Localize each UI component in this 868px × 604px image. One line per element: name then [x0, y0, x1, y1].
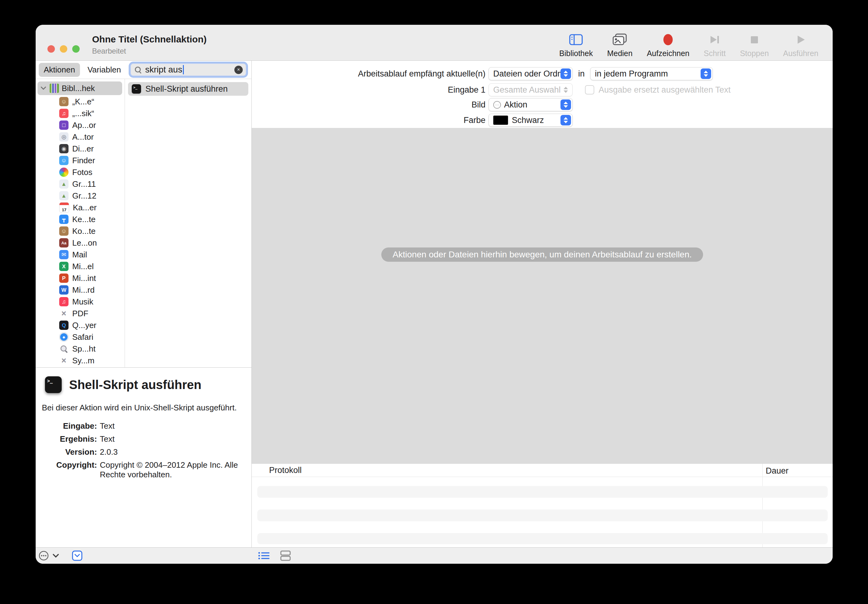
detail-fields: Eingabe: Text Ergebnis: Text Version: 2.… — [40, 421, 246, 479]
sidebar-item[interactable]: ◉Di...er — [36, 143, 125, 154]
sidebar-item[interactable]: ♫Musik — [36, 296, 125, 307]
sidebar-item[interactable]: ×PDF — [36, 307, 125, 319]
terminal-icon: >_ — [45, 376, 62, 393]
minimize-button[interactable] — [60, 45, 67, 53]
sidebar-item-label: „...sik“ — [72, 109, 94, 118]
sidebar-item[interactable]: XMi...el — [36, 261, 125, 272]
status-bar — [36, 547, 833, 564]
drop-hint: Aktionen oder Dateien hierhin bewegen, u… — [381, 247, 703, 262]
picture-app-icon: ▲ — [59, 179, 68, 188]
toolbar-label: Medien — [607, 49, 632, 58]
stepper-icon — [561, 115, 571, 125]
sidebar-item[interactable]: ▲Gr...12 — [36, 190, 125, 202]
sidebar-item[interactable]: ✉Mail — [36, 249, 125, 261]
step-icon — [708, 33, 721, 46]
main-content: Aktionen Variablen skript aus × — [36, 61, 833, 547]
panel-collapse-button[interactable] — [71, 550, 83, 561]
log-panels-view-button[interactable] — [279, 550, 292, 561]
toolbar-label: Stoppen — [740, 49, 769, 58]
sidebar-item-label: Bibl...hek — [62, 83, 95, 93]
log-list-view-button[interactable] — [257, 551, 271, 561]
library-columns: Bibl...hek ☺„K...e“♫„...sik“□Ap...or◎A..… — [36, 79, 251, 368]
field-value: 2.0.3 — [100, 447, 246, 457]
sidebar-item-label: Fotos — [72, 168, 92, 177]
sidebar-item[interactable]: PMi...int — [36, 272, 125, 284]
window-subtitle: Bearbeitet — [92, 47, 207, 56]
media-icon — [612, 33, 628, 46]
record-icon — [662, 33, 674, 46]
stepper-icon — [701, 68, 711, 79]
close-button[interactable] — [47, 45, 55, 53]
sidebar-item[interactable]: ☺„K...e“ — [36, 96, 125, 108]
action-result-shell-skript[interactable]: >_ Shell-Skript ausführen — [128, 82, 248, 96]
log-header: Protokoll — [252, 464, 833, 477]
contacts-icon: ☺ — [59, 97, 68, 106]
search-icon — [134, 65, 143, 74]
bibliothek-button[interactable]: Bibliothek — [559, 25, 593, 60]
chevron-down-icon[interactable] — [52, 553, 60, 559]
sidebar-item[interactable]: Fotos — [36, 166, 125, 178]
sidebar-item-label: „K...e“ — [72, 97, 94, 107]
sidebar-item[interactable]: □Ap...or — [36, 119, 125, 131]
sidebar-item[interactable]: 17Ka...er — [36, 202, 125, 213]
field-label: Copyright: — [40, 460, 97, 479]
schritt-button: Schritt — [704, 25, 726, 60]
sidebar-item-label: Musik — [72, 297, 93, 307]
output-replace-label: Ausgabe ersetzt ausgewählten Text — [598, 85, 731, 95]
quicktime-icon: Q — [59, 321, 68, 330]
aufzeichnen-button[interactable]: Aufzeichnen — [647, 25, 690, 60]
sidebar-item[interactable]: ☺Ko...te — [36, 225, 125, 237]
field-value: Text — [100, 434, 246, 444]
sidebar-item[interactable]: QQ...yer — [36, 319, 125, 331]
sidebar-item-label: Sy...m — [72, 356, 95, 366]
library-panel: Aktionen Variablen skript aus × — [36, 61, 252, 547]
medien-button[interactable]: Medien — [607, 25, 632, 60]
sidebar-item[interactable]: AaLe...on — [36, 237, 125, 249]
sidebar-item[interactable]: ┳Ke...te — [36, 213, 125, 225]
library-categories-list: Bibl...hek ☺„K...e“♫„...sik“□Ap...or◎A..… — [36, 79, 125, 368]
tab-aktionen[interactable]: Aktionen — [39, 63, 80, 77]
sidebar-item-label: Mail — [72, 250, 87, 260]
toolbar: Bibliothek Medien Aufzeichnen Schritt — [559, 25, 818, 60]
receive-type-select[interactable]: Dateien oder Ordner — [488, 67, 573, 80]
sidebar-item-bibliothek[interactable]: Bibl...hek — [37, 82, 122, 95]
action-detail-pane: >_ Shell-Skript ausführen Bei dieser Akt… — [36, 368, 251, 547]
receive-label: Arbeitsablauf empfängt aktuelle(n) — [252, 69, 485, 79]
zoom-button[interactable] — [72, 45, 80, 53]
black-color-swatch — [493, 116, 508, 125]
sidebar-item[interactable]: Sp...ht — [36, 343, 125, 355]
field-label: Version: — [40, 447, 97, 457]
tab-variablen[interactable]: Variablen — [82, 63, 126, 77]
overflow-menu-button[interactable] — [38, 550, 49, 561]
workflow-canvas[interactable]: Aktionen oder Dateien hierhin bewegen, u… — [252, 128, 833, 463]
image-select[interactable]: ⋯ Aktion — [488, 98, 573, 111]
clear-search-button[interactable]: × — [234, 66, 243, 74]
detail-header: >_ Shell-Skript ausführen — [40, 376, 246, 393]
purple-display-icon: □ — [59, 120, 68, 130]
books-icon — [50, 83, 59, 93]
text-caret — [183, 65, 184, 74]
crossed-tools-icon: × — [59, 356, 68, 365]
sidebar-item-label: Le...on — [72, 238, 97, 248]
sidebar-item-label: Finder — [72, 156, 95, 165]
sidebar-item[interactable]: ♫„...sik“ — [36, 108, 125, 119]
field-label: Ergebnis: — [40, 434, 97, 444]
target-app-select[interactable]: in jedem Programm — [590, 67, 713, 80]
sidebar-item-label: Safari — [72, 332, 93, 342]
sidebar-item[interactable]: ▲Gr...11 — [36, 178, 125, 190]
sidebar-item[interactable]: ×Sy...m — [36, 355, 125, 366]
image-label: Bild — [252, 100, 485, 110]
search-results-list: >_ Shell-Skript ausführen — [125, 79, 251, 368]
sidebar-item[interactable]: ◎A...tor — [36, 131, 125, 143]
sidebar-item[interactable]: ◆Safari — [36, 331, 125, 343]
toolbar-label: Bibliothek — [559, 49, 593, 58]
sidebar-item[interactable]: ☺Finder — [36, 154, 125, 166]
sidebar-item-label: A...tor — [72, 132, 94, 142]
automator-robot-icon: ◎ — [59, 132, 68, 142]
sidebar-item[interactable]: WMi...rd — [36, 284, 125, 296]
output-replace-checkbox — [585, 85, 594, 94]
color-select[interactable]: Schwarz — [488, 114, 573, 127]
search-input[interactable]: skript aus × — [130, 63, 246, 76]
field-label: Eingabe: — [40, 421, 97, 431]
search-value: skript aus — [145, 65, 182, 75]
